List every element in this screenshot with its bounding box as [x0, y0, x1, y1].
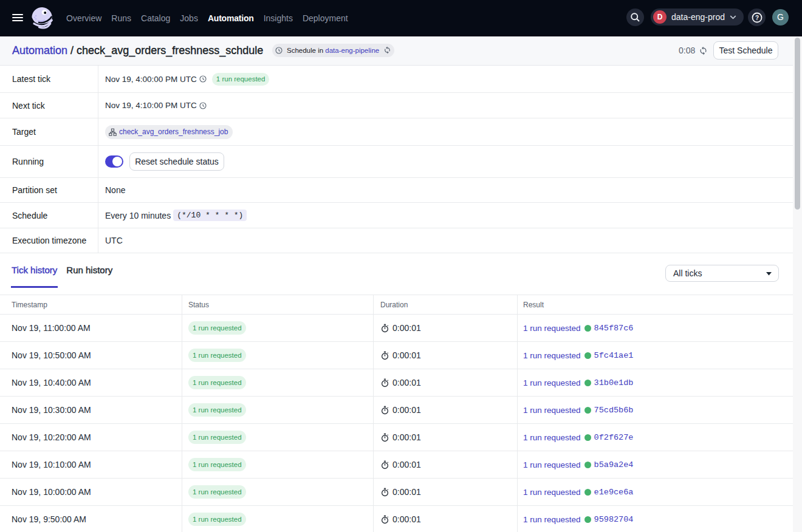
svg-text:?: ? [755, 14, 758, 21]
